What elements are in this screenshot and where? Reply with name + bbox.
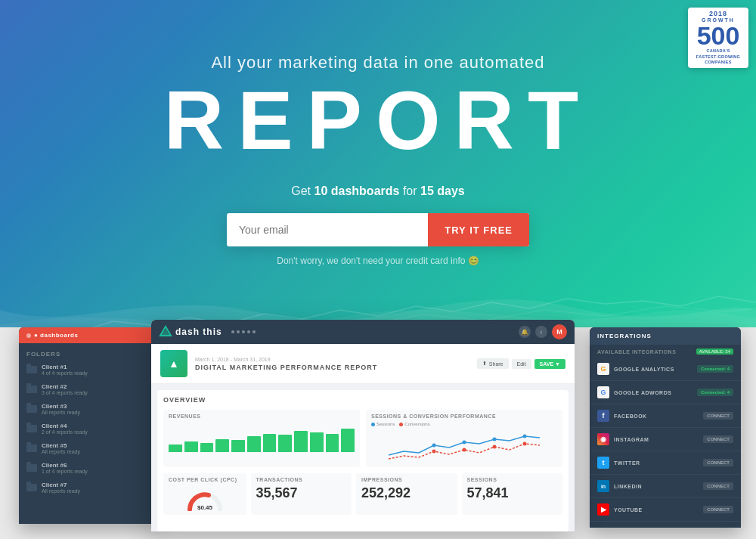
cpc-gauge: $0.45 [169,485,241,511]
try-free-button[interactable]: TRY IT FREE [428,213,529,246]
folders-label: FOLDERS [26,351,155,358]
google-analytics-icon: G [597,363,609,375]
report-header: ▲ March 1, 2018 - March 31, 2018 DIGITAL… [151,344,575,384]
ga-name: GOOGLE ANALYTICS [614,367,692,372]
cpc-label: COST PER CLICK (CPC) [169,477,241,482]
badge-canada: CANADA'SFASTEST-GROWINGCOMPANIES [696,48,740,66]
integrations-title: INTEGRATIONS [597,333,652,339]
gauge-chart: $0.45 [186,488,224,511]
left-panel-body: FOLDERS Client #1 4 of 4 reports ready C… [19,343,163,509]
report-logo: ▲ [160,350,187,377]
svg-point-2 [432,444,436,448]
bar [263,434,277,453]
integration-google-adwords: G GOOGLE ADWORDS Connected: 4 [590,381,741,404]
share-btn: ⬆ Share [477,358,509,369]
hero-note: Don't worry, we don't need your credit c… [277,256,479,266]
linkedin-status: CONNECT [703,482,733,490]
integrations-header: INTEGRATIONS [590,327,741,345]
list-item: Client #7 All reports ready [26,482,155,494]
impressions-value: 252,292 [361,485,451,501]
transactions-label: TRANSACTIONS [256,477,346,482]
facebook-icon: f [597,410,609,422]
list-item: Client #5 All reports ready [26,442,155,454]
revenues-label: REVENUES [169,414,355,419]
youtube-status: CONNECT [703,506,733,513]
left-panel-header: ● dashboards [19,327,163,343]
folder-icon [26,464,37,472]
revenues-card: REVENUES [163,410,360,467]
folder-icon [26,484,37,491]
impressions-label: IMPRESSIONS [361,477,451,482]
growth-badge: 2018 GROWTH 500 CANADA'SFASTEST-GROWINGC… [688,8,748,68]
topbar-right: 🔔 i M [519,324,567,339]
overview-title: OVERVIEW [163,396,562,404]
integration-facebook: f FACEBOOK CONNECT [590,404,741,428]
badge-number: 500 [697,23,740,48]
integration-linkedin: in LINKEDIN CONNECT [590,475,741,498]
bar [294,431,308,452]
chart-legend: Sessions Conversions [371,422,557,426]
adwords-status: Connected: 4 [697,389,733,396]
nav-dots [231,330,256,333]
svg-point-9 [523,442,527,446]
main-dashboard-panel: dash this 🔔 i M ▲ March 1, 2018 - March … [151,320,575,531]
list-item: Client #3 All reports ready [26,403,155,415]
folder-icon [26,405,37,413]
svg-point-4 [493,438,497,441]
folder-text: Client #7 All reports ready [42,482,155,494]
available-badge: AVAILABLE: 34 [696,348,733,355]
dashboard-logo-text: dash this [175,327,222,337]
folder-icon [26,386,37,393]
bar [231,440,245,452]
hero-subtitle: All your marketing data in one automated [211,53,544,73]
youtube-icon: ▶ [597,503,609,516]
list-item: Client #2 3 of 4 reports ready [26,383,155,395]
folder-text: Client #3 All reports ready [42,403,155,415]
info-icon: i [535,326,547,338]
list-item: Client #1 4 of 4 reports ready [26,364,155,376]
integration-twitter: t TWITTER CONNECT [590,451,741,475]
folder-text: Client #6 1 of 4 reports ready [42,462,155,474]
integrations-panel: INTEGRATIONS AVAILABLE INTEGRATIONS AVAI… [590,327,741,528]
sessions-perf-label: SESSIONS & CONVERSION PERFORMANCE [371,414,557,419]
sessions-value: 57,841 [467,485,557,501]
bar [215,439,229,453]
nav-dot [242,330,245,333]
sessions-metric-card: SESSIONS 57,841 [462,473,562,515]
sessions-label2: SESSIONS [467,477,557,482]
overview-top-row: REVENUES [163,410,562,467]
transactions-value: 35,567 [256,485,346,501]
nav-dot [247,330,250,333]
report-title: DIGITAL MARKETING PERFORMANCE REPORT [195,364,377,371]
svg-text:$0.45: $0.45 [197,504,213,511]
legend-sessions: Sessions [371,422,395,426]
hero-section: All your marketing data in one automated… [0,0,756,355]
youtube-name: YOUTUBE [614,507,699,513]
bar [310,432,324,452]
facebook-status: CONNECT [703,412,733,420]
bar [169,445,182,453]
list-item: Client #4 2 of 4 reports ready [26,423,155,435]
bar [200,443,214,452]
integration-google-analytics: G GOOGLE ANALYTICS Connected: 4 [590,358,741,381]
svg-point-5 [523,435,527,438]
svg-point-3 [463,441,466,445]
nav-dot [253,330,256,333]
instagram-status: CONNECT [703,435,733,443]
left-panel-title: ● dashboards [34,332,78,339]
svg-point-7 [463,448,466,452]
email-input[interactable] [227,213,428,246]
dashboard-topbar: dash this 🔔 i M [151,320,575,344]
available-label: AVAILABLE INTEGRATIONS [597,349,676,355]
bar [247,436,261,452]
overview-box: OVERVIEW REVENUES [157,390,569,531]
nav-dot [237,330,240,333]
integration-instagram: ◉ INSTAGRAM CONNECT [590,428,741,451]
svg-point-6 [432,450,436,454]
panel-dot [26,333,31,338]
folder-text: Client #5 All reports ready [42,442,155,454]
revenues-bar-chart [169,422,355,452]
save-btn: SAVE ▼ [534,359,565,369]
legend-dot-conversions [399,423,403,426]
folder-text: Client #2 3 of 4 reports ready [42,383,155,395]
